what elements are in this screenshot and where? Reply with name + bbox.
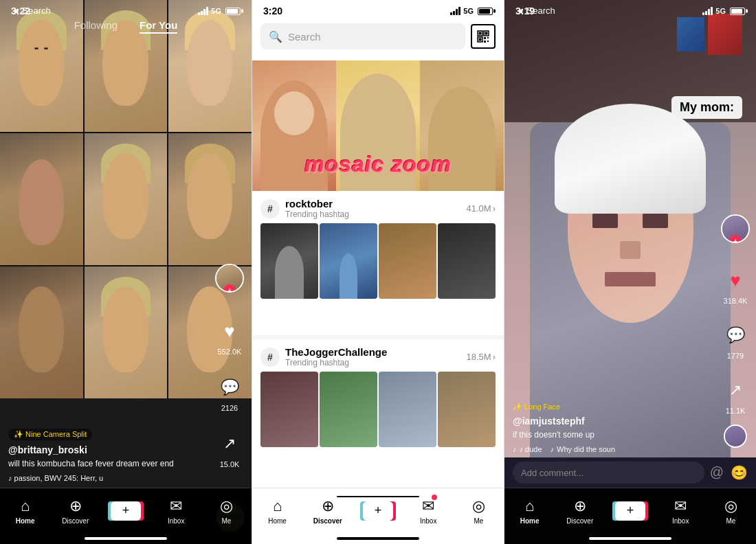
nav-create-3[interactable]: +	[613, 501, 647, 521]
creator-avatar-1[interactable]	[215, 264, 244, 293]
me-icon-2: ◎	[472, 497, 485, 515]
create-button-2[interactable]: +	[363, 501, 393, 521]
nav-bar-1: ⌂ Home ⊕ Discover + ✉ Inbox ◎ Me	[0, 488, 252, 544]
inbox-icon-3: ✉	[674, 497, 687, 515]
svg-rect-5	[479, 38, 482, 41]
grid-cell-5	[85, 133, 168, 265]
home-indicator-1	[85, 537, 167, 540]
panel-1: 3:22 5G Following For You ◄ Search	[0, 0, 252, 544]
for-you-tab[interactable]: For You	[140, 19, 177, 34]
home-icon-3: ⌂	[525, 497, 534, 515]
music-avatar-3	[724, 424, 747, 448]
nav-me-1[interactable]: ◎ Me	[209, 497, 243, 525]
music-info-1: ♪ passion, BWV 245: Herr, u	[8, 474, 210, 482]
svg-rect-9	[487, 41, 489, 42]
create-button-1[interactable]: +	[111, 501, 141, 521]
music-info-3: ♪ ♪ dude ♪ Why did the soun	[513, 445, 715, 453]
nav-home-2[interactable]: ⌂ Home	[260, 497, 295, 525]
hashtag-icon-2: #	[260, 348, 280, 367]
effect-label-3: ✨ Long Face	[513, 403, 560, 411]
inbox-icon-2: ✉	[422, 497, 434, 515]
video-info-3: ✨ Long Face @iamjuststephf if this doesn…	[513, 400, 715, 453]
nav-discover-2[interactable]: ⊕ Discover	[311, 497, 345, 525]
discover-icon-1: ⊕	[69, 497, 82, 515]
following-tab[interactable]: Following	[74, 19, 118, 34]
battery-icon-1	[225, 8, 241, 15]
network-type-1: 5G	[211, 7, 221, 15]
search-placeholder: Search	[288, 31, 321, 43]
share-button-1[interactable]: ↗ 15.0K	[214, 429, 245, 468]
nav-me-3[interactable]: ◎ Me	[713, 497, 748, 525]
share-button-3[interactable]: ↗ 11.1K	[720, 375, 751, 415]
like-button-3[interactable]: ♥ 318.4K	[720, 265, 751, 305]
trending-video-2-1[interactable]	[260, 372, 318, 447]
trending-count-1: 41.0M ›	[467, 203, 496, 214]
nav-inbox-3[interactable]: ✉ Inbox	[663, 497, 698, 525]
trending-video-1-3[interactable]	[379, 223, 436, 299]
me-icon-1: ◎	[220, 497, 233, 515]
trending-video-1-2[interactable]	[320, 223, 377, 299]
signal-icon-2	[450, 7, 460, 15]
trending-video-2-3[interactable]	[379, 372, 436, 447]
qr-scan-button[interactable]	[471, 24, 496, 49]
caption-3: if this doesn't some up	[513, 429, 715, 441]
emoji-icon[interactable]: 😊	[731, 464, 748, 481]
username-1[interactable]: @brittany_broski	[8, 444, 210, 455]
svg-rect-3	[485, 32, 488, 35]
comment-button-1[interactable]: 💬 2126	[214, 372, 245, 412]
status-bar-2: 3:20 5G	[252, 0, 504, 19]
username-3[interactable]: @iamjuststephf	[513, 416, 715, 427]
discover-icon-2: ⊕	[322, 497, 334, 515]
trending-video-2-4[interactable]	[438, 372, 496, 447]
me-icon-3: ◎	[724, 497, 737, 515]
trending-videos-2	[252, 372, 504, 455]
nav-me-2[interactable]: ◎ Me	[461, 497, 496, 525]
trending-sub-1: Trending hashtag	[285, 209, 461, 219]
trending-info-2: TheJoggerChallenge Trending hashtag	[285, 346, 461, 367]
search-input-box[interactable]: 🔍 Search	[260, 23, 465, 49]
nav-create-2[interactable]: +	[361, 501, 395, 521]
trending-name-1[interactable]: rocktober	[285, 198, 461, 209]
svg-rect-6	[484, 37, 486, 39]
network-type-3: 5G	[715, 7, 726, 15]
nav-discover-1[interactable]: ⊕ Discover	[58, 497, 93, 525]
trending-video-1-4[interactable]	[438, 223, 496, 299]
nav-home-3[interactable]: ⌂ Home	[513, 497, 547, 525]
search-link-3[interactable]: ◄ Search	[515, 5, 555, 16]
search-link-1[interactable]: ◄ Search	[11, 5, 51, 16]
mention-icon[interactable]: @	[710, 464, 724, 481]
svg-rect-7	[487, 37, 489, 38]
trending-video-2-2[interactable]	[320, 372, 377, 447]
battery-icon-3	[730, 8, 745, 15]
hashtag-icon-1: #	[260, 199, 280, 218]
trending-video-1-1[interactable]	[260, 223, 318, 299]
comment-button-3[interactable]: 💬 1779	[720, 320, 751, 360]
battery-icon-2	[478, 8, 493, 15]
grid-cell-4	[0, 133, 83, 265]
signal-icon-3	[702, 7, 713, 15]
nav-discover-3[interactable]: ⊕ Discover	[563, 497, 597, 525]
nav-home-1[interactable]: ⌂ Home	[8, 497, 43, 525]
home-icon-2: ⌂	[273, 497, 282, 515]
trending-section-2: # TheJoggerChallenge Trending hashtag 18…	[252, 339, 504, 455]
nav-inbox-1[interactable]: ✉ Inbox	[159, 497, 193, 525]
status-icons-2: 5G	[450, 7, 493, 15]
top-nav-1: Following For You	[0, 19, 252, 34]
create-button-3[interactable]: +	[615, 501, 645, 521]
comment-input-3[interactable]: Add comment...	[513, 462, 704, 484]
trending-info-1: rocktober Trending hashtag	[285, 198, 461, 219]
discover-icon-3: ⊕	[574, 497, 586, 515]
nav-inbox-2[interactable]: ✉ Inbox	[411, 497, 445, 525]
right-actions-3: ♥ 318.4K 💬 1779 ↗ 11.1K	[720, 214, 751, 448]
creator-avatar-3[interactable]	[721, 214, 750, 243]
nav-create-1[interactable]: +	[109, 501, 143, 521]
trending-name-2[interactable]: TheJoggerChallenge	[285, 346, 461, 358]
my-mom-label: My mom:	[671, 96, 742, 119]
mosaic-banner[interactable]: mosaic zoom	[252, 60, 504, 191]
trending-section-1: # rocktober Trending hashtag 41.0M ›	[252, 191, 504, 307]
home-icon-1: ⌂	[21, 497, 30, 515]
status-icons-1: 5G	[198, 7, 241, 15]
grid-cell-6	[168, 133, 252, 265]
like-button-1[interactable]: ♥ 552.0K	[214, 316, 245, 356]
effect-label-1: ✨ Nine Camera Split	[8, 429, 92, 440]
